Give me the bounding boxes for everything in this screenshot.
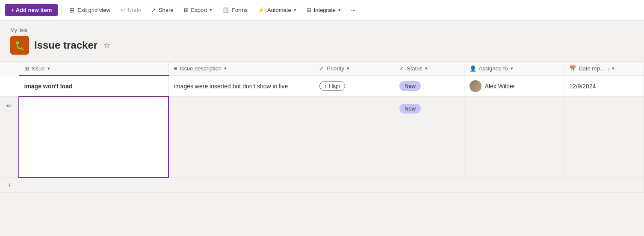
column-header-priority[interactable]: ✓ Priority ▾ (314, 62, 394, 76)
grid-view-icon: ⊞ (69, 6, 75, 14)
assigned-cell: Alex Wilber (470, 80, 559, 92)
editing-status-label: New (405, 105, 416, 112)
more-options-button[interactable]: ··· (347, 4, 360, 16)
row-1-date[interactable]: 12/9/2024 (564, 76, 644, 96)
automate-icon: ⚡ (258, 7, 265, 13)
share-label: Share (159, 7, 174, 13)
row-1-gutter (0, 76, 19, 96)
description-col-label: Issue description (180, 65, 222, 72)
status-badge[interactable]: New (399, 81, 421, 91)
editing-issue-cell[interactable] (19, 96, 168, 178)
export-button[interactable]: ⊞ Export ▾ (180, 4, 217, 16)
pencil-icon: ✏ (6, 102, 12, 109)
issue-col-icon: ⊞ (24, 65, 29, 72)
undo-button[interactable]: ↩ Undo (116, 4, 145, 16)
priority-label: High (329, 83, 340, 89)
favorite-star-icon[interactable]: ☆ (103, 40, 111, 51)
bug-icon: 🐛 (15, 40, 25, 50)
column-header-description[interactable]: ≡ Issue description ▾ (168, 62, 314, 76)
exit-grid-view-button[interactable]: ⊞ Exit grid view (65, 4, 115, 17)
column-header-status[interactable]: ✓ Status ▾ (394, 62, 464, 76)
issue-value: image won't load (24, 83, 73, 90)
assigned-col-chevron-icon: ▾ (511, 66, 513, 71)
editing-row: ✏ New (0, 96, 644, 178)
editing-status-badge[interactable]: New (399, 104, 421, 114)
app-icon: 🐛 (10, 36, 29, 55)
avatar-image (470, 80, 482, 92)
row-1-description[interactable]: images were inserted but don't show in l… (168, 76, 314, 96)
editing-assigned-cell[interactable] (464, 96, 564, 178)
date-col-icon: 📅 (569, 65, 576, 72)
date-col-chevron-icon: ▾ (612, 66, 614, 71)
toolbar: + Add new item ⊞ Exit grid view ↩ Undo ↗… (0, 0, 644, 20)
add-item-button[interactable]: + (7, 181, 11, 189)
avatar (470, 80, 482, 92)
integrate-label: Integrate (314, 7, 336, 13)
editing-priority-cell[interactable] (314, 96, 394, 178)
status-col-label: Status (407, 65, 422, 72)
status-col-icon: ✓ (399, 65, 404, 72)
forms-button[interactable]: 📋 Forms (218, 4, 252, 16)
row-1-issue[interactable]: image won't load (19, 76, 168, 96)
undo-icon: ↩ (121, 7, 125, 13)
status-col-chevron-icon: ▾ (425, 66, 428, 71)
description-col-chevron-icon: ▾ (224, 66, 227, 71)
page-title-row: 🐛 Issue tracker ☆ (10, 36, 634, 55)
issue-col-label: Issue (32, 65, 45, 72)
row-1-priority[interactable]: ↑ High (314, 76, 394, 96)
integrate-icon: ⊞ (307, 7, 311, 13)
issue-col-chevron-icon: ▾ (47, 66, 50, 71)
description-value: images were inserted but don't show in l… (174, 83, 288, 90)
forms-icon: 📋 (222, 7, 229, 13)
export-label: Export (191, 7, 207, 13)
status-label: New (405, 83, 416, 89)
editing-description-cell[interactable] (168, 96, 314, 178)
priority-col-chevron-icon: ▾ (347, 66, 349, 71)
assigned-name: Alex Wilber (485, 83, 515, 90)
header-area: My lists 🐛 Issue tracker ☆ (0, 20, 644, 55)
integrate-chevron-icon: ▾ (338, 7, 341, 13)
breadcrumb: My lists (10, 27, 634, 33)
assigned-col-label: Assigned to (479, 65, 508, 72)
automate-label: Automate (267, 7, 291, 13)
add-gutter: + (0, 178, 19, 192)
text-cursor (23, 101, 23, 108)
edit-gutter: ✏ (0, 96, 19, 178)
description-col-icon: ≡ (174, 65, 177, 72)
priority-up-arrow-icon: ↑ (324, 83, 327, 89)
column-header-assigned-to[interactable]: 👤 Assigned to ▾ (464, 62, 564, 76)
undo-label: Undo (128, 7, 141, 13)
row-1-status[interactable]: New (394, 76, 464, 96)
automate-chevron-icon: ▾ (294, 7, 296, 13)
row-gutter-header (0, 62, 19, 76)
export-icon: ⊞ (184, 7, 189, 13)
share-button[interactable]: ↗ Share (147, 4, 178, 16)
date-col-label: Date rep... (579, 65, 605, 72)
issue-tracker-table: ⊞ Issue ▾ ≡ Issue description ▾ (0, 61, 644, 193)
assigned-col-icon: 👤 (470, 65, 476, 72)
exit-grid-label: Exit grid view (77, 7, 110, 13)
more-icon: ··· (351, 7, 356, 13)
separator-1 (61, 5, 62, 15)
row-1-assigned[interactable]: Alex Wilber (464, 76, 564, 96)
add-new-item-button[interactable]: + Add new item (5, 4, 58, 16)
grid-container: ⊞ Issue ▾ ≡ Issue description ▾ (0, 55, 644, 193)
export-chevron-icon: ▾ (210, 7, 212, 13)
priority-col-label: Priority (327, 65, 344, 72)
date-value: 12/9/2024 (569, 83, 596, 90)
add-row: + (0, 178, 644, 192)
editing-date-cell[interactable] (564, 96, 644, 178)
add-row-space (19, 178, 644, 192)
editing-status-cell[interactable]: New (394, 96, 464, 178)
column-header-row: ⊞ Issue ▾ ≡ Issue description ▾ (0, 62, 644, 76)
column-header-date-rep[interactable]: 📅 Date rep... ↓ ▾ (564, 62, 644, 76)
priority-col-icon: ✓ (319, 65, 324, 72)
automate-button[interactable]: ⚡ Automate ▾ (254, 4, 301, 16)
table-row: image won't load images were inserted bu… (0, 76, 644, 96)
integrate-button[interactable]: ⊞ Integrate ▾ (302, 4, 345, 16)
column-header-issue[interactable]: ⊞ Issue ▾ (19, 62, 168, 76)
priority-badge[interactable]: ↑ High (319, 81, 345, 91)
forms-label: Forms (232, 7, 248, 13)
date-col-sort-icon: ↓ (607, 66, 610, 71)
share-icon: ↗ (151, 7, 156, 13)
